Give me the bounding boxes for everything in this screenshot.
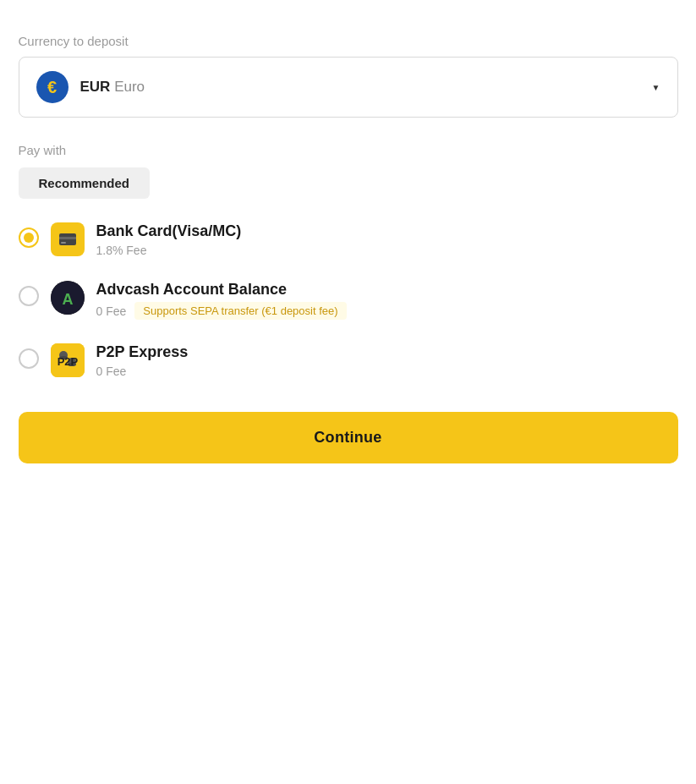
radio-bank-card[interactable]: [19, 228, 39, 248]
deposit-form: Currency to deposit € EUR Euro ▼ Pay wit…: [19, 34, 678, 463]
payment-option-p2p[interactable]: P2P P2P Express 0 Fee: [19, 343, 678, 378]
p2p-icon: P2P: [51, 343, 85, 377]
svg-rect-2: [61, 242, 66, 244]
filter-tabs: Recommended: [19, 167, 678, 199]
p2p-name: P2P Express: [96, 343, 189, 361]
advcash-fee: 0 Fee Supports SEPA transfer (€1 deposit…: [96, 302, 347, 320]
bank-card-icon: [51, 222, 85, 256]
sepa-badge: Supports SEPA transfer (€1 deposit fee): [134, 302, 346, 320]
radio-p2p[interactable]: [19, 348, 39, 369]
bank-card-info: Bank Card(Visa/MC) 1.8% Fee: [96, 222, 242, 257]
advcash-name: Advcash Account Balance: [96, 281, 347, 299]
advcash-icon: A: [51, 281, 85, 315]
bank-card-name: Bank Card(Visa/MC): [96, 222, 242, 240]
payment-option-advcash[interactable]: A Advcash Account Balance 0 Fee Supports…: [19, 281, 678, 320]
svg-text:A: A: [62, 291, 73, 308]
advcash-info: Advcash Account Balance 0 Fee Supports S…: [96, 281, 347, 320]
tab-recommended[interactable]: Recommended: [19, 167, 151, 199]
p2p-fee: 0 Fee: [96, 365, 189, 378]
dropdown-arrow-icon: ▼: [652, 83, 660, 92]
bank-card-fee: 1.8% Fee: [96, 244, 242, 257]
pay-with-label: Pay with: [19, 143, 678, 157]
payment-options-list: Bank Card(Visa/MC) 1.8% Fee A Advcash Ac…: [19, 222, 678, 378]
payment-option-bank-card[interactable]: Bank Card(Visa/MC) 1.8% Fee: [19, 222, 678, 257]
currency-text: EUR Euro: [80, 79, 640, 96]
euro-symbol: €: [47, 78, 57, 97]
currency-name: Euro: [114, 79, 145, 95]
currency-icon: €: [36, 71, 69, 103]
continue-button[interactable]: Continue: [19, 412, 678, 463]
currency-label: Currency to deposit: [19, 34, 678, 48]
svg-rect-1: [59, 237, 76, 239]
currency-code: EUR: [80, 79, 111, 95]
radio-advcash[interactable]: [19, 286, 39, 306]
currency-dropdown[interactable]: € EUR Euro ▼: [19, 57, 678, 118]
p2p-info: P2P Express 0 Fee: [96, 343, 189, 378]
svg-text:P2P: P2P: [57, 355, 78, 368]
